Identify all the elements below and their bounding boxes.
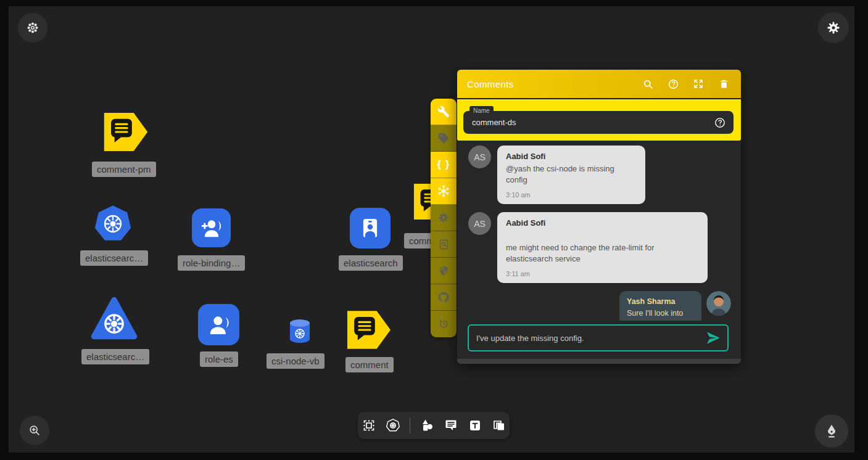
node-label: role-binding… — [178, 255, 245, 271]
toolbar-item-configure[interactable] — [431, 99, 457, 125]
message-text: me might need to change the rate-limit f… — [506, 242, 699, 265]
node-role-es[interactable] — [198, 304, 239, 345]
expand-icon[interactable] — [692, 78, 705, 90]
kanvas-app: comment-pm elasticsearc… role-binding… e… — [0, 0, 868, 460]
help-icon[interactable] — [667, 78, 679, 90]
panel-title: Comments — [467, 79, 642, 89]
name-field-label: Name — [469, 106, 494, 115]
composer-area — [457, 321, 741, 359]
message: AS Aabid Sofi @yash the csi-node is miss… — [468, 146, 731, 204]
name-field[interactable]: Name — [463, 111, 734, 134]
user-icon — [207, 313, 231, 337]
message-author: Aabid Sofi — [506, 218, 699, 228]
toolbar-item-inspect[interactable] — [431, 231, 457, 258]
gear-icon — [437, 212, 450, 224]
message-bubble: Aabid Sofi @yash the csi-node is missing… — [497, 146, 645, 204]
node-comment[interactable] — [347, 308, 391, 351]
comments-panel: Comments Name — [457, 70, 741, 364]
node-action-toolbar: { } — [431, 99, 457, 337]
zoom-button[interactable] — [20, 416, 49, 445]
app-logo-button[interactable] — [18, 13, 48, 43]
composer-input[interactable] — [476, 334, 705, 343]
text-tool-icon[interactable] — [468, 418, 482, 433]
mesh-icon — [437, 184, 450, 198]
message-text: @yash the csi-node is missing config — [506, 163, 637, 186]
wrench-icon — [437, 105, 450, 118]
trash-icon[interactable] — [717, 78, 730, 90]
message-bubble: Aabid Sofi me might need to change the r… — [497, 212, 708, 283]
avatar-photo — [706, 291, 731, 316]
comments-panel-header[interactable]: Comments — [457, 70, 741, 98]
toolbar-item-github[interactable] — [431, 284, 457, 311]
shape-tools-toolbar — [358, 412, 510, 439]
node-label: elasticsearch — [339, 255, 403, 271]
message-author: Yash Sharma — [627, 297, 694, 306]
panel-bottom-strip — [457, 359, 741, 364]
pen-tool-button[interactable] — [815, 414, 848, 448]
node-label: comment-pm — [92, 162, 156, 177]
zoom-in-icon — [28, 424, 41, 437]
search-icon[interactable] — [642, 78, 654, 90]
node-label: csi-node-vb — [267, 353, 324, 369]
component-icon[interactable] — [362, 418, 376, 433]
history-icon — [438, 318, 450, 330]
message-time: 3:11 am — [506, 270, 699, 277]
kubernetes-icon[interactable] — [386, 418, 400, 433]
toolbar-divider — [410, 417, 410, 433]
send-icon[interactable] — [705, 330, 721, 346]
shield-icon — [438, 265, 450, 277]
id-badge-icon — [358, 216, 382, 240]
doc-search-icon — [438, 239, 450, 250]
message-text: Sure I'll look into this — [627, 308, 694, 321]
avatar: AS — [468, 212, 491, 235]
message-time: 3:10 am — [506, 191, 637, 199]
node-comment-pm[interactable] — [104, 113, 148, 151]
toolbar-item-history[interactable] — [431, 311, 457, 337]
node-elasticsearch-triangle[interactable] — [91, 297, 138, 340]
message-author: Aabid Sofi — [506, 152, 637, 161]
message-bubble: Yash Sharma Sure I'll look into this 3:2… — [619, 291, 701, 321]
message-list[interactable]: AS Aabid Sofi @yash the csi-node is miss… — [457, 141, 741, 321]
shapes-icon[interactable] — [420, 418, 434, 433]
image-tool-icon[interactable] — [492, 418, 506, 433]
node-label: comment — [345, 357, 394, 372]
node-csi-node-vb[interactable] — [288, 319, 312, 343]
avatar: AS — [468, 146, 491, 168]
help-icon[interactable] — [714, 117, 726, 129]
toolbar-item-mesh[interactable] — [431, 178, 457, 205]
name-section: Name — [457, 98, 741, 141]
toolbar-item-tag[interactable] — [431, 125, 457, 152]
message: AS Aabid Sofi me might need to change th… — [468, 212, 731, 283]
kubernetes-wheel-icon — [101, 212, 125, 236]
settings-gear-icon — [826, 20, 841, 35]
name-input[interactable] — [472, 118, 714, 127]
tag-icon — [437, 132, 450, 144]
comment-tool-icon[interactable] — [444, 418, 458, 433]
user-add-icon — [200, 216, 223, 240]
braces-icon: { } — [437, 158, 450, 171]
flower-logo-icon — [26, 21, 39, 35]
toolbar-item-security[interactable] — [431, 258, 457, 284]
node-label: role-es — [200, 351, 238, 367]
node-label: elasticsearc… — [80, 250, 148, 266]
node-elasticsearch-serviceaccount[interactable] — [350, 208, 391, 248]
github-icon — [437, 291, 450, 303]
toolbar-item-settings[interactable] — [431, 205, 457, 231]
node-label: elasticsearc… — [81, 349, 149, 364]
settings-button[interactable] — [818, 12, 849, 43]
message: Yash Sharma Sure I'll look into this 3:2… — [468, 291, 731, 321]
composer-box[interactable] — [468, 324, 729, 351]
node-role-binding[interactable] — [192, 208, 231, 247]
toolbar-item-json[interactable]: { } — [431, 152, 457, 178]
pen-nib-icon — [824, 423, 840, 439]
